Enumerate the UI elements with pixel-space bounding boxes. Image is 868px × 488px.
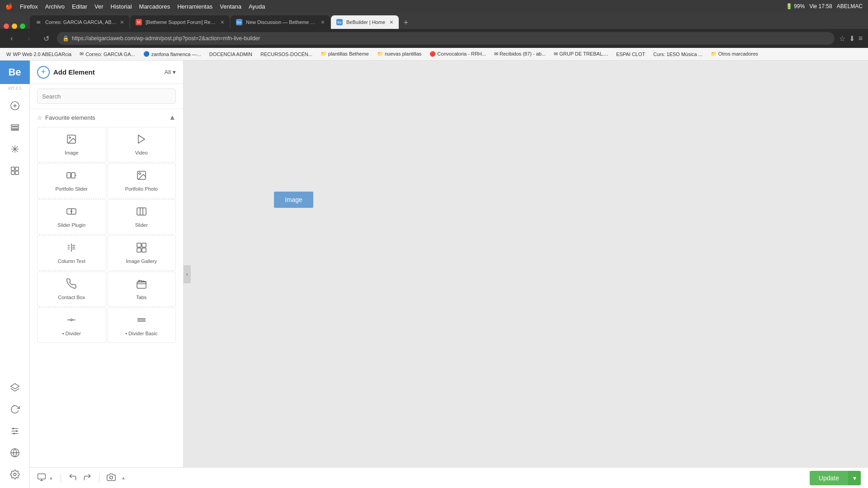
element-card-image[interactable]: Image xyxy=(37,127,106,162)
element-card-divider-basic[interactable]: • Divider Basic xyxy=(107,308,176,343)
svg-point-16 xyxy=(14,473,16,476)
element-name-contact-box: Contact Box xyxy=(58,295,85,300)
element-card-divider[interactable]: • Divider xyxy=(37,308,106,343)
be-logo[interactable]: Be xyxy=(0,61,30,84)
bookmark-docencia[interactable]: DOCENCIA ADMIN xyxy=(207,51,255,58)
menu-editar[interactable]: Editar xyxy=(72,3,87,10)
search-input[interactable] xyxy=(37,89,176,104)
bookmark-curs[interactable]: Curs: 1ESO Música ... xyxy=(651,51,705,58)
element-name-image-gallery: Image Gallery xyxy=(126,258,157,264)
download-icon[interactable]: ⬇ xyxy=(849,34,855,43)
tab-close-correo[interactable]: × xyxy=(120,19,124,26)
bookmark-recursos[interactable]: RECURSOS-DOCÉN... xyxy=(258,51,315,58)
update-btn-label: Update xyxy=(810,471,848,485)
element-card-image-gallery[interactable]: Image Gallery xyxy=(107,235,176,271)
svg-point-14 xyxy=(13,433,15,435)
canvas-collapse-btn[interactable]: ‹ xyxy=(184,265,191,283)
bookmark-espai[interactable]: ESPAI CLOT xyxy=(613,51,648,58)
browser-chrome: ✉ Correo: GARCIA GARCIA, ABEL... × M [Be… xyxy=(0,13,868,61)
svg-rect-5 xyxy=(15,167,18,170)
sidebar-settings-icon[interactable] xyxy=(5,465,25,484)
sidebar-globe-icon[interactable] xyxy=(5,443,25,463)
apple-menu[interactable]: 🍎 xyxy=(5,3,13,10)
svg-rect-34 xyxy=(142,248,146,252)
bookmark-convocatoria[interactable]: 🔴 Convocatoria - RRH... xyxy=(427,50,489,58)
close-window-btn[interactable] xyxy=(4,23,9,29)
forward-button[interactable]: › xyxy=(23,32,35,45)
element-card-tabs[interactable]: Tabs xyxy=(107,272,176,307)
column-text-icon xyxy=(66,242,77,256)
video-element-icon xyxy=(136,134,147,147)
menu-herramientas[interactable]: Herramientas xyxy=(177,3,212,10)
sidebar-sliders-icon[interactable] xyxy=(5,421,25,441)
maximize-window-btn[interactable] xyxy=(20,23,25,29)
update-button[interactable]: Update ▾ xyxy=(810,471,861,485)
tab-new-discussion[interactable]: Be New Discussion — Betheme Su... × xyxy=(231,15,330,29)
tab-betheme-forum[interactable]: M [Betheme Support Forum] Reg... × xyxy=(130,15,230,29)
tab-close-bebuilder[interactable]: × xyxy=(390,19,393,26)
add-element-btn[interactable]: + xyxy=(37,66,50,79)
sidebar-data-icon[interactable] xyxy=(5,161,25,181)
camera-icon[interactable] xyxy=(107,473,116,483)
bookmark-grup[interactable]: ✉ GRUP DE TREBAL.... xyxy=(551,50,611,58)
elements-list: ☆ Favourite elements ▲ Image xyxy=(30,109,183,488)
svg-rect-21 xyxy=(71,173,75,178)
element-name-portfolio-slider: Portfolio Slider xyxy=(55,186,88,192)
menu-ventana[interactable]: Ventana xyxy=(220,3,241,10)
bookmark-otros[interactable]: 📁 Otros marcadores xyxy=(708,50,761,58)
sidebar-layers2-icon[interactable] xyxy=(5,378,25,398)
menu-ver[interactable]: Ver xyxy=(94,3,104,10)
url-bar[interactable]: 🔒 https://abelgarciaweb.com/wp-admin/pos… xyxy=(57,32,835,45)
undo-icon[interactable] xyxy=(68,473,77,483)
menu-historial[interactable]: Historial xyxy=(111,3,132,10)
bookmark-correo[interactable]: ✉ Correo: GARCIA GA... xyxy=(77,50,137,58)
section-title: ☆ Favourite elements xyxy=(37,114,95,121)
svg-rect-6 xyxy=(11,171,14,174)
svg-rect-42 xyxy=(38,474,46,479)
tabs-icon xyxy=(136,278,147,292)
tab-close-discussion[interactable]: × xyxy=(321,19,325,26)
bookmark-plantillas[interactable]: 📁 plantillas Betheme xyxy=(318,50,372,58)
tab-bebuilder[interactable]: Be BeBuilder | Home × xyxy=(331,15,399,29)
browser-menu[interactable]: ≡ xyxy=(859,34,863,42)
slider-plugin-icon xyxy=(66,206,77,220)
sidebar-refresh-icon[interactable] xyxy=(5,399,25,419)
bottom-toolbar: ▲ ▲ Update ▾ xyxy=(30,467,868,488)
bookmark-zanfona[interactable]: 🔵 zanfona flamenca —... xyxy=(141,50,204,58)
bookmark-star[interactable]: ☆ xyxy=(839,34,845,43)
element-card-slider[interactable]: Slider xyxy=(107,199,176,235)
back-button[interactable]: ‹ xyxy=(5,32,18,45)
tab-close-forum[interactable]: × xyxy=(221,19,224,26)
new-tab-button[interactable]: + xyxy=(400,16,412,29)
collapse-btn[interactable]: ▲ xyxy=(169,113,176,122)
sidebar-move-icon[interactable] xyxy=(5,139,25,159)
bookmark-wp[interactable]: W WP Web 2.0 ABELGARcia xyxy=(4,51,74,58)
menu-marcadores[interactable]: Marcadores xyxy=(139,3,170,10)
redo-icon[interactable] xyxy=(83,473,92,483)
element-card-portfolio-photo[interactable]: Portfolio Photo xyxy=(107,163,176,198)
sidebar-add-icon[interactable] xyxy=(5,96,25,116)
element-card-portfolio-slider[interactable]: Portfolio Slider xyxy=(37,163,106,198)
elements-panel: + Add Element All ▾ ☆ Favourite elements… xyxy=(30,61,184,488)
bookmark-nuevas[interactable]: 📁 nuevas plantillas xyxy=(374,50,424,58)
filter-dropdown[interactable]: All ▾ xyxy=(165,69,176,75)
element-name-slider: Slider xyxy=(135,222,148,228)
sidebar-layers-icon[interactable] xyxy=(5,117,25,137)
slider-icon xyxy=(136,206,147,220)
menu-ayuda[interactable]: Ayuda xyxy=(249,3,265,10)
minimize-window-btn[interactable] xyxy=(12,23,17,29)
bookmark-recibidos[interactable]: ✉ Recibidos (87) - ab... xyxy=(491,50,548,58)
element-card-column-text[interactable]: Column Text xyxy=(37,235,106,271)
svg-point-27 xyxy=(71,211,72,212)
reload-button[interactable]: ↺ xyxy=(40,32,52,45)
element-card-video[interactable]: Video xyxy=(107,127,176,162)
element-card-slider-plugin[interactable]: Slider Plugin xyxy=(37,199,106,235)
tab-correo[interactable]: ✉ Correo: GARCIA GARCIA, ABEL... × xyxy=(30,15,129,29)
desktop-icon[interactable] xyxy=(37,473,46,483)
menu-firefox[interactable]: Firefox xyxy=(20,3,38,10)
svg-point-13 xyxy=(15,430,17,432)
element-card-contact-box[interactable]: Contact Box xyxy=(37,272,106,307)
star-icon: ☆ xyxy=(37,114,42,121)
menu-archivo[interactable]: Archivo xyxy=(45,3,65,10)
update-btn-arrow[interactable]: ▾ xyxy=(848,471,861,485)
